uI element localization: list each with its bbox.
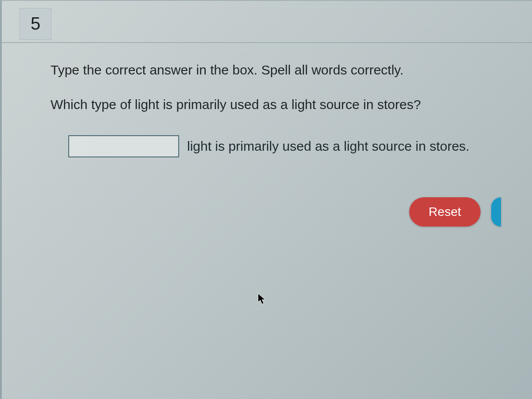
button-row: Reset — [51, 197, 505, 227]
question-prompt: Which type of light is primarily used as… — [51, 95, 505, 114]
instruction-text: Type the correct answer in the box. Spel… — [51, 61, 505, 79]
reset-button[interactable]: Reset — [409, 197, 481, 227]
question-content: Type the correct answer in the box. Spel… — [2, 43, 532, 244]
next-button[interactable] — [491, 197, 501, 227]
question-frame: 5 Type the correct answer in the box. Sp… — [0, 0, 532, 399]
question-number-badge: 5 — [20, 8, 51, 40]
question-header: 5 — [2, 1, 532, 43]
answer-input[interactable] — [68, 135, 179, 157]
answer-row: light is primarily used as a light sourc… — [68, 135, 505, 157]
answer-suffix-text: light is primarily used as a light sourc… — [187, 139, 469, 154]
